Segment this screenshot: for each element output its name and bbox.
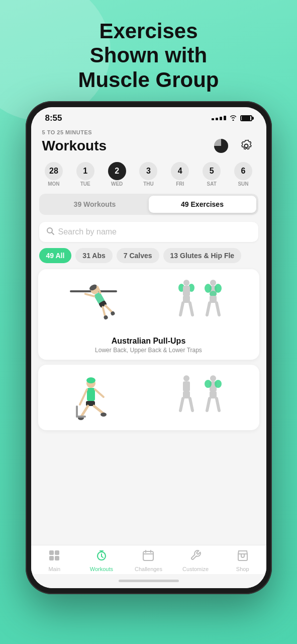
- search-icon: [46, 227, 54, 237]
- svg-line-20: [190, 303, 192, 315]
- nav-label-main: Main: [48, 566, 60, 572]
- header-icons: [212, 137, 255, 155]
- svg-point-24: [215, 284, 222, 293]
- pie-chart-icon: [214, 139, 228, 153]
- search-input[interactable]: Search by name: [58, 227, 117, 236]
- svg-line-32: [80, 389, 87, 405]
- svg-line-33: [95, 389, 104, 397]
- card-images-1: [38, 269, 259, 335]
- svg-line-35: [81, 406, 88, 417]
- svg-rect-58: [143, 551, 153, 560]
- tab[interactable]: 39 Workouts: [41, 196, 149, 213]
- day-label: WED: [111, 181, 123, 187]
- svg-line-36: [94, 406, 104, 414]
- status-bar: 8:55: [31, 107, 266, 126]
- headline-line2: Shown with: [78, 43, 219, 67]
- signal-icon: [212, 116, 226, 120]
- filter-chip[interactable]: 13 Glutes & Hip Fle: [163, 248, 242, 263]
- day-number: 3: [139, 162, 157, 180]
- nav-icon-customize: [189, 549, 202, 565]
- day-item[interactable]: 1 TUE: [76, 162, 94, 187]
- svg-point-21: [210, 280, 216, 286]
- filter-chip[interactable]: 49 All: [39, 248, 72, 263]
- day-number: 28: [45, 162, 63, 180]
- exercise-card-2[interactable]: [38, 365, 259, 430]
- filter-chips: 49 All31 Abs7 Calves13 Glutes & Hip Fle: [31, 245, 266, 266]
- header-row: Workouts: [42, 137, 255, 155]
- svg-rect-54: [55, 550, 59, 555]
- svg-line-51: [207, 398, 210, 411]
- day-number: 2: [108, 162, 126, 180]
- day-label: FRI: [176, 181, 184, 187]
- phone-frame: 8:55 5 TO 25 MINUTES: [26, 101, 272, 594]
- bottom-nav: Main Workouts Challenges Customize Shop: [31, 545, 266, 574]
- header-title: Workouts: [42, 138, 107, 154]
- app-header: 5 TO 25 MINUTES Workouts: [31, 126, 266, 159]
- nav-item-shop[interactable]: Shop: [228, 549, 258, 572]
- exercise-card-1[interactable]: Australian Pull-Ups Lower Back, Upper Ba…: [38, 269, 259, 360]
- nav-label-challenges: Challenges: [135, 566, 162, 572]
- exercise-figure-1: [63, 279, 129, 329]
- app-content: 5 TO 25 MINUTES Workouts: [31, 126, 266, 588]
- tab[interactable]: 49 Exercises: [149, 196, 256, 213]
- day-number: 6: [234, 162, 252, 180]
- svg-rect-53: [49, 550, 54, 555]
- svg-line-44: [180, 398, 183, 411]
- nav-item-main[interactable]: Main: [39, 549, 69, 572]
- card-images-2: [38, 365, 259, 430]
- svg-line-52: [217, 398, 219, 411]
- muscle-figure-2: [169, 374, 234, 425]
- gear-icon: [240, 139, 253, 152]
- svg-point-23: [205, 284, 212, 293]
- home-bar: [119, 580, 179, 582]
- status-icons: [212, 114, 252, 122]
- svg-line-27: [207, 303, 210, 315]
- day-number: 1: [76, 162, 94, 180]
- phone-screen: 8:55 5 TO 25 MINUTES: [31, 107, 266, 588]
- headline: Exercises Shown with Muscle Group: [78, 19, 219, 92]
- header-subtitle: 5 TO 25 MINUTES: [42, 129, 255, 135]
- headline-line3: Muscle Group: [78, 68, 219, 92]
- svg-line-1: [52, 232, 54, 234]
- day-item[interactable]: 5 SAT: [203, 162, 221, 187]
- filter-chip[interactable]: 31 Abs: [75, 248, 112, 263]
- filter-chip[interactable]: 7 Calves: [117, 248, 159, 263]
- svg-rect-56: [55, 556, 59, 560]
- day-item[interactable]: 2 WED: [108, 162, 126, 187]
- search-bar[interactable]: Search by name: [39, 222, 258, 242]
- svg-rect-42: [183, 381, 190, 391]
- svg-point-13: [183, 280, 189, 286]
- nav-item-customize[interactable]: Customize: [180, 549, 211, 572]
- nav-item-workouts[interactable]: Workouts: [86, 549, 117, 572]
- stats-button[interactable]: [212, 137, 230, 155]
- nav-icon-workouts: [95, 549, 108, 565]
- day-label: SUN: [238, 181, 248, 187]
- svg-line-28: [217, 303, 219, 315]
- day-label: TUE: [80, 181, 90, 187]
- svg-line-19: [180, 303, 183, 315]
- svg-point-46: [210, 375, 216, 381]
- svg-line-45: [190, 398, 192, 411]
- muscle-figure-1: [169, 279, 234, 329]
- day-number: 4: [171, 162, 189, 180]
- battery-icon: [240, 115, 252, 121]
- wifi-icon: [229, 114, 237, 122]
- day-item[interactable]: 4 FRI: [171, 162, 189, 187]
- home-indicator: [31, 574, 266, 588]
- svg-point-30: [86, 377, 95, 383]
- settings-button[interactable]: [237, 137, 255, 155]
- week-strip: 28 MON 1 TUE 2 WED 3 THU 4 FRI 5 SAT 6 S…: [31, 159, 266, 190]
- svg-line-9: [101, 307, 107, 316]
- exercise-name-1: Australian Pull-Ups: [43, 337, 254, 346]
- nav-label-shop: Shop: [236, 566, 249, 572]
- day-item[interactable]: 28 MON: [45, 162, 63, 187]
- svg-point-38: [101, 413, 107, 417]
- nav-label-customize: Customize: [182, 566, 209, 572]
- nav-item-challenges[interactable]: Challenges: [133, 549, 163, 572]
- svg-point-49: [215, 380, 222, 388]
- exercise-muscles-1: Lower Back, Upper Back & Lower Traps: [43, 347, 254, 354]
- day-item[interactable]: 6 SUN: [234, 162, 252, 187]
- exercise-figure-2: [63, 374, 129, 425]
- day-item[interactable]: 3 THU: [139, 162, 157, 187]
- nav-icon-shop: [237, 549, 249, 565]
